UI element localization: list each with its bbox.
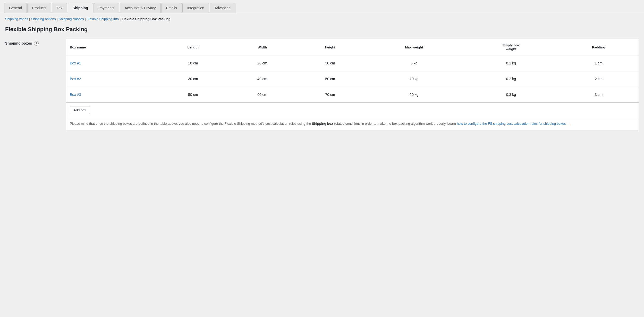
cell-width: 60 cm <box>229 87 296 103</box>
tab-general[interactable]: General <box>4 3 27 13</box>
breadcrumb: Shipping zones | Shipping options | Ship… <box>5 17 639 21</box>
cell-empty-box-weight: 0.3 kg <box>463 87 559 103</box>
cell-height: 50 cm <box>296 71 365 87</box>
breadcrumb-sep-4: | <box>120 17 121 21</box>
cell-box-name: Box #2 <box>66 71 157 87</box>
cell-box-name: Box #1 <box>66 55 157 71</box>
breadcrumb-sep-1: | <box>29 17 30 21</box>
table-row: Box #3 50 cm 60 cm 70 cm 20 kg 0.3 kg 3 … <box>66 87 639 103</box>
desc-link[interactable]: how to configure the FS shipping cost ca… <box>457 122 570 126</box>
page-title: Flexible Shipping Box Packing <box>5 26 639 33</box>
cell-box-name: Box #3 <box>66 87 157 103</box>
tab-advanced[interactable]: Advanced <box>210 3 235 13</box>
boxes-table: Box name Length Width Height Max weight … <box>66 39 639 102</box>
cell-length: 50 cm <box>157 87 229 103</box>
breadcrumb-link-shipping-options[interactable]: Shipping options <box>31 17 56 21</box>
box-name-link[interactable]: Box #2 <box>70 77 81 81</box>
tab-payments[interactable]: Payments <box>94 3 119 13</box>
cell-height: 70 cm <box>296 87 365 103</box>
desc-bold: Shipping box <box>312 122 333 126</box>
add-box-button[interactable]: Add box <box>70 106 90 114</box>
cell-width: 20 cm <box>229 55 296 71</box>
cell-padding: 3 cm <box>559 87 639 103</box>
desc-text-after: -related conditions in order to make the… <box>333 122 457 126</box>
boxes-table-container: Box name Length Width Height Max weight … <box>66 39 639 130</box>
cell-max-weight: 5 kg <box>365 55 463 71</box>
box-name-link[interactable]: Box #3 <box>70 93 81 97</box>
cell-padding: 1 cm <box>559 55 639 71</box>
cell-width: 40 cm <box>229 71 296 87</box>
cell-length: 30 cm <box>157 71 229 87</box>
cell-height: 30 cm <box>296 55 365 71</box>
col-header-padding: Padding <box>559 39 639 55</box>
description-text: Please mind that once the shipping boxes… <box>66 118 639 130</box>
col-header-length: Length <box>157 39 229 55</box>
breadcrumb-current: Flexible Shipping Box Packing <box>122 17 170 21</box>
tab-emails[interactable]: Emails <box>161 3 182 13</box>
breadcrumb-sep-3: | <box>85 17 86 21</box>
box-name-link[interactable]: Box #1 <box>70 61 81 65</box>
cell-max-weight: 10 kg <box>365 71 463 87</box>
add-box-row: Add box <box>66 102 639 118</box>
tab-integration[interactable]: Integration <box>182 3 209 13</box>
cell-empty-box-weight: 0.2 kg <box>463 71 559 87</box>
section-label-text: Shipping boxes <box>5 41 32 45</box>
main-content: Shipping zones | Shipping options | Ship… <box>0 13 644 138</box>
tab-shipping[interactable]: Shipping <box>68 3 93 13</box>
breadcrumb-link-shipping-zones[interactable]: Shipping zones <box>5 17 28 21</box>
col-header-box-name: Box name <box>66 39 157 55</box>
cell-max-weight: 20 kg <box>365 87 463 103</box>
breadcrumb-sep-2: | <box>57 17 57 21</box>
col-header-empty-box-weight: Empty boxweight <box>463 39 559 55</box>
help-icon[interactable]: ? <box>34 41 39 46</box>
section-label: Shipping boxes ? <box>5 39 62 46</box>
main-nav: GeneralProductsTaxShippingPaymentsAccoun… <box>0 0 644 13</box>
col-header-width: Width <box>229 39 296 55</box>
tab-tax[interactable]: Tax <box>52 3 67 13</box>
col-header-height: Height <box>296 39 365 55</box>
desc-text-before: Please mind that once the shipping boxes… <box>70 122 312 126</box>
breadcrumb-link-flexible-shipping-info[interactable]: Flexible Shipping Info <box>87 17 119 21</box>
tab-accounts-privacy[interactable]: Accounts & Privacy <box>120 3 161 13</box>
cell-empty-box-weight: 0.1 kg <box>463 55 559 71</box>
tab-products[interactable]: Products <box>27 3 51 13</box>
col-header-max-weight: Max weight <box>365 39 463 55</box>
table-header-row: Box name Length Width Height Max weight … <box>66 39 639 55</box>
table-row: Box #1 10 cm 20 cm 30 cm 5 kg 0.1 kg 1 c… <box>66 55 639 71</box>
cell-padding: 2 cm <box>559 71 639 87</box>
shipping-boxes-section: Shipping boxes ? Box name Length Width H… <box>5 39 639 130</box>
breadcrumb-link-shipping-classes[interactable]: Shipping classes <box>59 17 84 21</box>
cell-length: 10 cm <box>157 55 229 71</box>
table-row: Box #2 30 cm 40 cm 50 cm 10 kg 0.2 kg 2 … <box>66 71 639 87</box>
